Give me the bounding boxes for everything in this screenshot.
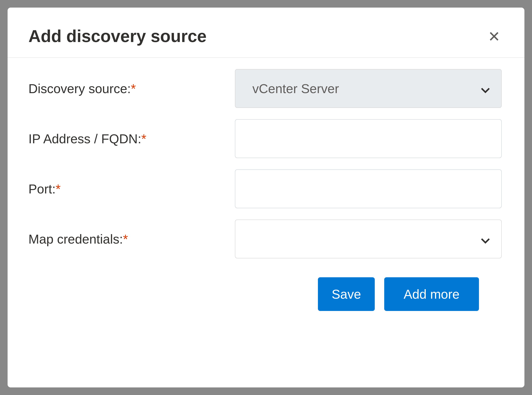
port-label: Port:* — [28, 181, 235, 196]
port-input[interactable] — [235, 169, 502, 208]
modal-body: Discovery source:* vCenter Server IP Add… — [8, 58, 524, 387]
close-button[interactable] — [487, 29, 502, 44]
required-marker: * — [141, 132, 146, 146]
required-marker: * — [131, 81, 136, 96]
map-credentials-row: Map credentials:* — [28, 219, 502, 258]
add-more-button[interactable]: Add more — [384, 277, 479, 311]
ip-address-row: IP Address / FQDN:* — [28, 119, 502, 158]
discovery-source-value: vCenter Server — [252, 81, 339, 96]
add-discovery-source-modal: Add discovery source Discovery source:* … — [8, 8, 524, 387]
required-marker: * — [56, 182, 61, 196]
save-button[interactable]: Save — [318, 277, 375, 311]
discovery-source-select[interactable]: vCenter Server — [235, 69, 502, 108]
close-icon — [488, 31, 500, 42]
discovery-source-label: Discovery source:* — [28, 81, 235, 96]
required-marker: * — [123, 232, 128, 246]
chevron-down-icon — [481, 81, 490, 96]
modal-footer: Save Add more — [28, 270, 502, 334]
map-credentials-select[interactable] — [235, 219, 502, 258]
modal-header: Add discovery source — [8, 8, 524, 58]
map-credentials-label: Map credentials:* — [28, 232, 235, 247]
modal-title: Add discovery source — [28, 27, 207, 46]
chevron-down-icon — [481, 232, 490, 247]
ip-address-input[interactable] — [235, 119, 502, 158]
port-row: Port:* — [28, 169, 502, 208]
discovery-source-row: Discovery source:* vCenter Server — [28, 69, 502, 108]
ip-address-label: IP Address / FQDN:* — [28, 131, 235, 146]
